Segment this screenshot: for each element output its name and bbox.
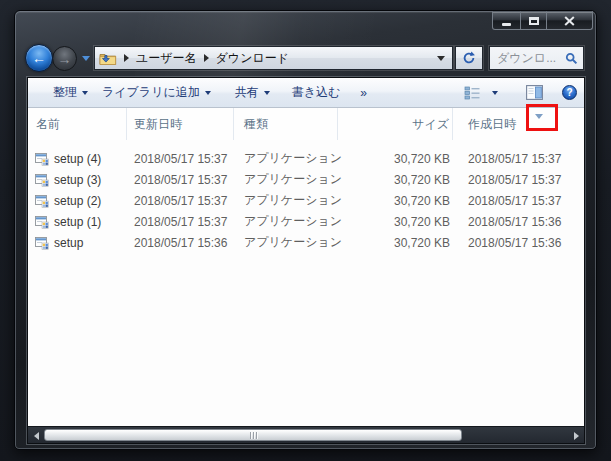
dropdown-caret-icon <box>264 91 270 95</box>
refresh-button[interactable] <box>455 46 483 70</box>
caption-buttons <box>493 11 593 30</box>
search-box <box>489 46 584 70</box>
toolbar-right-group: ? <box>464 85 577 100</box>
command-toolbar: 整理 ライブラリに追加 共有 書き込む » <box>28 78 584 108</box>
column-header-modified-label: 更新日時 <box>134 116 182 133</box>
search-icon <box>565 52 578 65</box>
file-name: setup (4) <box>54 152 101 166</box>
toolbar-share-label: 共有 <box>235 84 259 101</box>
column-header-modified[interactable]: 更新日時 <box>127 108 234 140</box>
file-name: setup <box>54 236 83 250</box>
file-row-setup-1[interactable]: setup (1) 2018/05/17 15:37 アプリケーション 30,7… <box>28 211 584 232</box>
breadcrumb-separator-icon <box>124 54 129 62</box>
file-list: setup (4) 2018/05/17 15:37 アプリケーション 30,7… <box>28 140 584 426</box>
preview-pane-button[interactable] <box>526 85 543 100</box>
file-created: 2018/05/17 15:37 <box>453 194 584 208</box>
scrollbar-grip-icon <box>256 432 257 439</box>
toolbar-add-to-library[interactable]: ライブラリに追加 <box>102 84 211 101</box>
file-type: アプリケーション <box>234 192 338 209</box>
help-button[interactable]: ? <box>562 85 577 100</box>
toolbar-burn[interactable]: 書き込む <box>292 84 341 101</box>
file-type: アプリケーション <box>234 171 338 188</box>
column-header-row: 名前 更新日時 種類 サイズ 作成日時 <box>28 108 584 140</box>
file-modified: 2018/05/17 15:36 <box>127 236 234 250</box>
breadcrumb-separator-icon <box>204 54 209 62</box>
application-icon <box>35 236 49 250</box>
maximize-icon <box>529 17 539 25</box>
application-icon <box>35 194 49 208</box>
breadcrumb-item-downloads[interactable]: ダウンロード <box>216 50 289 67</box>
file-name: setup (2) <box>54 194 101 208</box>
column-header-size-label: サイズ <box>412 116 449 133</box>
forward-icon: → <box>58 52 72 66</box>
toolbar-burn-label: 書き込む <box>292 84 341 101</box>
file-size: 30,720 KB <box>338 236 453 250</box>
toolbar-overflow-chevron[interactable]: » <box>360 86 367 100</box>
scrollbar-grip-icon <box>253 432 254 439</box>
column-header-name-label: 名前 <box>36 116 60 133</box>
horizontal-scrollbar[interactable] <box>28 426 584 443</box>
file-type: アプリケーション <box>234 213 338 230</box>
file-modified: 2018/05/17 15:37 <box>127 152 234 166</box>
toolbar-add-to-library-label: ライブラリに追加 <box>102 84 200 101</box>
preview-pane-icon <box>526 85 543 100</box>
column-header-name[interactable]: 名前 <box>28 108 127 140</box>
close-button[interactable] <box>546 11 593 30</box>
list-view-icon <box>464 85 481 100</box>
content-area: 整理 ライブラリに追加 共有 書き込む » <box>27 77 585 444</box>
change-view-button[interactable] <box>464 85 498 100</box>
file-row-setup[interactable]: setup 2018/05/17 15:36 アプリケーション 30,720 K… <box>28 232 584 253</box>
file-created: 2018/05/17 15:37 <box>453 173 584 187</box>
address-bar[interactable]: ユーザー名 ダウンロード <box>94 46 453 70</box>
refresh-icon <box>462 51 476 65</box>
column-header-type-label: 種類 <box>244 116 268 133</box>
toolbar-organize-label: 整理 <box>53 84 77 101</box>
file-row-setup-2[interactable]: setup (2) 2018/05/17 15:37 アプリケーション 30,7… <box>28 190 584 211</box>
application-icon <box>35 173 49 187</box>
file-size: 30,720 KB <box>338 215 453 229</box>
dropdown-caret-icon <box>82 91 88 95</box>
file-type: アプリケーション <box>234 150 338 167</box>
column-header-size[interactable]: サイズ <box>338 108 453 140</box>
maximize-button[interactable] <box>520 11 547 30</box>
file-row-setup-4[interactable]: setup (4) 2018/05/17 15:37 アプリケーション 30,7… <box>28 148 584 169</box>
scrollbar-thumb[interactable] <box>44 429 462 441</box>
view-dropdown-icon <box>492 91 498 95</box>
file-name: setup (1) <box>54 215 101 229</box>
history-dropdown-icon[interactable] <box>82 56 90 61</box>
file-created: 2018/05/17 15:36 <box>453 236 584 250</box>
file-created: 2018/05/17 15:36 <box>453 215 584 229</box>
close-icon <box>564 16 575 26</box>
file-size: 30,720 KB <box>338 194 453 208</box>
file-modified: 2018/05/17 15:37 <box>127 194 234 208</box>
dropdown-caret-icon <box>205 91 211 95</box>
breadcrumb-item-user[interactable]: ユーザー名 <box>136 50 197 67</box>
help-icon: ? <box>562 85 577 100</box>
scroll-right-icon[interactable] <box>574 432 579 440</box>
help-glyph: ? <box>566 87 572 98</box>
minimize-button[interactable] <box>492 11 521 30</box>
address-dropdown-icon[interactable] <box>437 56 445 61</box>
navigation-bar: ← → ユーザー名 ダウンロード <box>15 40 596 77</box>
column-filter-dropdown-icon[interactable] <box>535 114 543 119</box>
column-header-created[interactable]: 作成日時 <box>453 108 584 140</box>
downloads-folder-icon <box>99 51 117 66</box>
back-icon: ← <box>32 51 46 65</box>
scrollbar-grip-icon <box>250 432 251 439</box>
minimize-icon <box>502 23 511 26</box>
application-icon <box>35 152 49 166</box>
application-icon <box>35 215 49 229</box>
file-name: setup (3) <box>54 173 101 187</box>
file-size: 30,720 KB <box>338 152 453 166</box>
column-header-type[interactable]: 種類 <box>234 108 338 140</box>
back-button[interactable]: ← <box>25 44 53 72</box>
file-type: アプリケーション <box>234 234 338 251</box>
forward-button[interactable]: → <box>52 46 77 71</box>
file-row-setup-3[interactable]: setup (3) 2018/05/17 15:37 アプリケーション 30,7… <box>28 169 584 190</box>
scroll-left-icon[interactable] <box>34 432 39 440</box>
toolbar-organize[interactable]: 整理 <box>53 84 88 101</box>
overflow-chevron-icon: » <box>360 86 367 100</box>
toolbar-share[interactable]: 共有 <box>235 84 270 101</box>
file-created: 2018/05/17 15:37 <box>453 152 584 166</box>
search-input[interactable] <box>497 51 565 65</box>
